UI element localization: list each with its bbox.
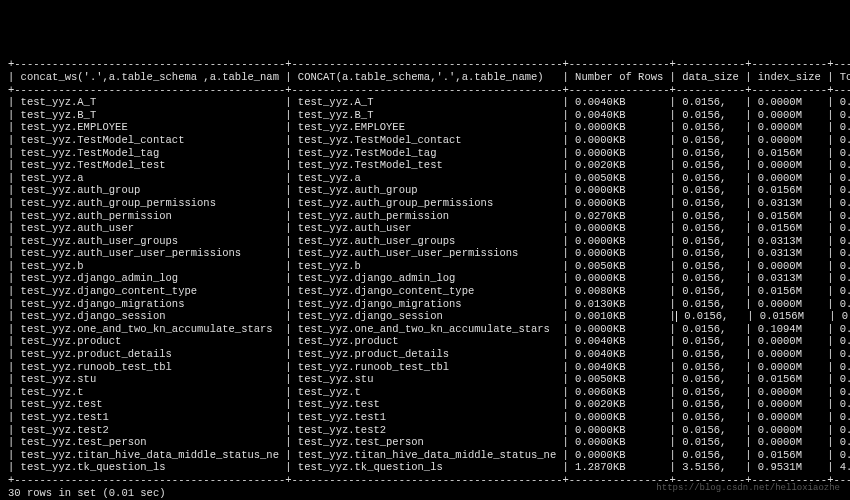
table-row: | test_yyz.EMPLOYEE | test_yyz.EMPLOYEE … bbox=[8, 121, 842, 134]
table-row: | test_yyz.django_admin_log | test_yyz.d… bbox=[8, 272, 842, 285]
table-row: | test_yyz.test1 | test_yyz.test1 | 0.00… bbox=[8, 411, 842, 424]
table-row: | test_yyz.product | test_yyz.product | … bbox=[8, 335, 842, 348]
table-row: | test_yyz.test2 | test_yyz.test2 | 0.00… bbox=[8, 424, 842, 437]
table-row: | test_yyz.TestModel_contact | test_yyz.… bbox=[8, 134, 842, 147]
table-row: | test_yyz.auth_group_permissions | test… bbox=[8, 197, 842, 210]
table-row: | test_yyz.test_person | test_yyz.test_p… bbox=[8, 436, 842, 449]
table-row: | test_yyz.django_session | test_yyz.dja… bbox=[8, 310, 842, 323]
table-row: | test_yyz.a | test_yyz.a | 0.0050KB | 0… bbox=[8, 172, 842, 185]
table-row: | test_yyz.auth_group | test_yyz.auth_gr… bbox=[8, 184, 842, 197]
table-row: | test_yyz.TestModel_test | test_yyz.Tes… bbox=[8, 159, 842, 172]
table-row: | test_yyz.stu | test_yyz.stu | 0.0050KB… bbox=[8, 373, 842, 386]
table-row: | test_yyz.auth_user_user_permissions | … bbox=[8, 247, 842, 260]
table-header-row: | concat_ws('.',a.table_schema ,a.table_… bbox=[8, 71, 842, 84]
table-row: | test_yyz.B_T | test_yyz.B_T | 0.0040KB… bbox=[8, 109, 842, 122]
table-separator: +---------------------------------------… bbox=[8, 58, 842, 71]
table-row: | test_yyz.b | test_yyz.b | 0.0050KB | 0… bbox=[8, 260, 842, 273]
table-row: | test_yyz.tk_question_ls | test_yyz.tk_… bbox=[8, 461, 842, 474]
table-row: | test_yyz.runoob_test_tbl | test_yyz.ru… bbox=[8, 361, 842, 374]
table-row: | test_yyz.auth_permission | test_yyz.au… bbox=[8, 210, 842, 223]
table-separator: +---------------------------------------… bbox=[8, 84, 842, 97]
attribution-text: https://blog.csdn.net/helloxiaozhe bbox=[656, 483, 840, 494]
table-row: | test_yyz.one_and_two_kn_accumulate_sta… bbox=[8, 323, 842, 336]
mysql-result-table: +---------------------------------------… bbox=[8, 58, 842, 499]
table-row: | test_yyz.auth_user | test_yyz.auth_use… bbox=[8, 222, 842, 235]
table-row: | test_yyz.t | test_yyz.t | 0.0060KB | 0… bbox=[8, 386, 842, 399]
table-row: | test_yyz.django_migrations | test_yyz.… bbox=[8, 298, 842, 311]
table-row: | test_yyz.titan_hive_data_middle_status… bbox=[8, 449, 842, 462]
table-row: | test_yyz.TestModel_tag | test_yyz.Test… bbox=[8, 147, 842, 160]
table-row: | test_yyz.django_content_type | test_yy… bbox=[8, 285, 842, 298]
table-row: | test_yyz.A_T | test_yyz.A_T | 0.0040KB… bbox=[8, 96, 842, 109]
table-row: | test_yyz.product_details | test_yyz.pr… bbox=[8, 348, 842, 361]
table-row: | test_yyz.test | test_yyz.test | 0.0020… bbox=[8, 398, 842, 411]
table-row: | test_yyz.auth_user_groups | test_yyz.a… bbox=[8, 235, 842, 248]
